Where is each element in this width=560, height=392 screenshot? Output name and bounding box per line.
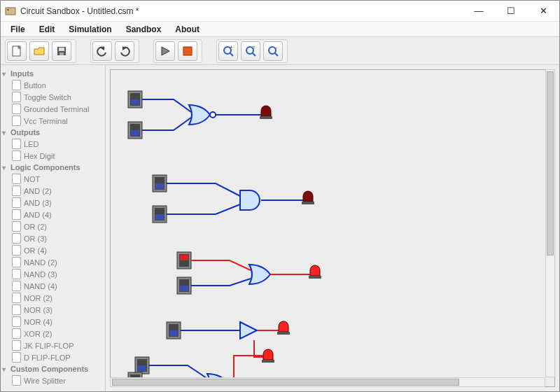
- tree-group-label: Inputs: [10, 69, 34, 78]
- save-button[interactable]: [52, 41, 71, 61]
- schematic-svg: [111, 70, 555, 387]
- page-icon: [12, 269, 21, 279]
- toolbar: + = –: [1, 37, 559, 65]
- svg-line-11: [253, 53, 255, 56]
- svg-text:=: =: [252, 45, 255, 50]
- tree-item-label: NOT: [24, 175, 40, 183]
- tree-item[interactable]: JK FLIP-FLOP: [2, 340, 104, 351]
- scrollbar-horizontal[interactable]: [110, 377, 545, 387]
- zoom-fit-button[interactable]: =: [241, 41, 260, 61]
- tree-item[interactable]: OR (2): [2, 220, 104, 232]
- tree-item-label: NOR (4): [24, 318, 52, 326]
- svg-rect-1: [7, 9, 9, 10]
- page-icon: [12, 375, 21, 386]
- tree-item[interactable]: XOR (2): [2, 328, 104, 340]
- tree-item-label: OR (4): [24, 246, 47, 255]
- tree-item-label: XOR (2): [24, 330, 52, 338]
- tree-group[interactable]: ▾Inputs: [2, 69, 104, 78]
- menu-simulation[interactable]: Simulation: [62, 23, 118, 36]
- tree-item-label: AND (2): [24, 187, 52, 195]
- tree-group[interactable]: ▾Outputs: [2, 128, 104, 136]
- svg-line-8: [230, 53, 233, 56]
- svg-rect-21: [131, 130, 139, 136]
- zoom-in-button[interactable]: +: [218, 41, 238, 61]
- page-icon: [12, 115, 21, 126]
- stop-button[interactable]: [178, 41, 197, 61]
- tree-item[interactable]: OR (4): [2, 244, 104, 256]
- tree-item[interactable]: Hex Digit: [2, 150, 104, 162]
- svg-rect-41: [277, 332, 290, 335]
- zoom-out-button[interactable]: –: [263, 41, 283, 61]
- svg-text:–: –: [274, 45, 278, 50]
- page-icon: [12, 104, 21, 114]
- menu-sandbox[interactable]: Sandbox: [119, 23, 169, 36]
- page-icon: [12, 80, 21, 90]
- tree-group-label: Custom Components: [10, 365, 88, 373]
- tree-group[interactable]: ▾Custom Components: [2, 365, 104, 373]
- page-icon: [12, 92, 21, 102]
- menu-about[interactable]: About: [168, 23, 206, 36]
- tree-item-label: Wire Splitter: [24, 377, 66, 385]
- page-icon: [12, 352, 21, 363]
- canvas[interactable]: [110, 69, 555, 387]
- svg-rect-36: [180, 286, 188, 291]
- page-icon: [12, 281, 21, 291]
- svg-rect-26: [155, 183, 164, 189]
- undo-button[interactable]: [92, 41, 112, 61]
- close-button[interactable]: ✕: [527, 1, 559, 22]
- open-button[interactable]: [29, 41, 49, 61]
- svg-rect-30: [302, 202, 314, 204]
- svg-rect-4: [59, 48, 64, 51]
- tree-group[interactable]: ▾Logic Components: [2, 163, 104, 172]
- menubar: File Edit Simulation Sandbox About: [1, 22, 559, 37]
- new-button[interactable]: [7, 41, 27, 61]
- tree-item-label: Vcc Terminal: [24, 117, 68, 125]
- tree-item-label: Toggle Switch: [24, 93, 71, 102]
- tree-item[interactable]: LED: [2, 138, 104, 150]
- component-tree[interactable]: ▾InputsButtonToggle SwitchGrounded Termi…: [1, 65, 106, 391]
- svg-rect-5: [59, 52, 64, 55]
- redo-button[interactable]: [115, 41, 134, 61]
- tree-item[interactable]: Wire Splitter: [2, 374, 104, 386]
- collapse-icon: ▾: [2, 129, 9, 136]
- tree-item[interactable]: NOR (4): [2, 316, 104, 328]
- tree-group-label: Outputs: [10, 128, 40, 136]
- svg-rect-0: [6, 8, 15, 15]
- tree-item[interactable]: OR (3): [2, 232, 104, 244]
- minimize-button[interactable]: —: [463, 1, 495, 22]
- tree-item[interactable]: NOT: [2, 173, 104, 185]
- page-icon: [12, 316, 21, 327]
- page-icon: [12, 221, 21, 232]
- tree-item[interactable]: AND (4): [2, 209, 104, 220]
- window-title: Circuit Sandbox - Untitled.csm *: [20, 6, 463, 16]
- tree-item-label: NAND (3): [24, 270, 57, 279]
- tree-item[interactable]: NAND (3): [2, 268, 104, 280]
- svg-rect-18: [131, 99, 139, 105]
- svg-rect-33: [180, 255, 188, 260]
- tree-item-label: NOR (2): [24, 294, 52, 302]
- tree-item[interactable]: AND (3): [2, 197, 104, 209]
- tree-item[interactable]: NOR (3): [2, 304, 104, 316]
- tree-item[interactable]: AND (2): [2, 185, 104, 197]
- scrollbar-vertical[interactable]: [545, 69, 555, 377]
- tree-item[interactable]: Button: [2, 79, 104, 91]
- tree-item-label: Button: [24, 81, 46, 90]
- app-icon: [5, 6, 16, 17]
- menu-file[interactable]: File: [4, 23, 32, 36]
- tree-item[interactable]: Toggle Switch: [2, 91, 104, 103]
- svg-line-14: [275, 53, 278, 56]
- tree-item[interactable]: NAND (2): [2, 256, 104, 268]
- tree-item-label: D FLIP-FLOP: [24, 354, 71, 362]
- tree-item[interactable]: Grounded Terminal: [2, 103, 104, 115]
- maximize-button[interactable]: ☐: [495, 1, 527, 22]
- tree-item[interactable]: D FLIP-FLOP: [2, 351, 104, 363]
- menu-edit[interactable]: Edit: [32, 23, 62, 36]
- canvas-area: [106, 65, 559, 391]
- tree-item-label: OR (3): [24, 234, 47, 243]
- tree-item[interactable]: NOR (2): [2, 292, 104, 304]
- collapse-icon: ▾: [2, 70, 9, 78]
- run-button[interactable]: [155, 41, 175, 61]
- page-icon: [12, 233, 21, 244]
- tree-item[interactable]: NAND (4): [2, 280, 104, 292]
- tree-item[interactable]: Vcc Terminal: [2, 115, 104, 127]
